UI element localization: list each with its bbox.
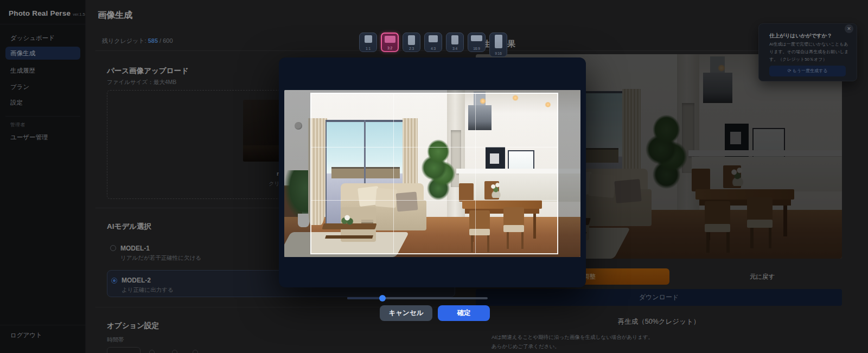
confirm-button[interactable]: 確定 <box>438 305 490 321</box>
crop-gridline <box>311 147 557 147</box>
scene-pot-left <box>298 214 310 227</box>
ratio-button-3-2[interactable]: 3:2 <box>381 33 399 52</box>
ratio-shape-icon <box>451 35 458 44</box>
crop-modal <box>279 57 586 287</box>
crop-photo-area[interactable] <box>284 90 580 257</box>
crop-zoom-slider[interactable] <box>347 297 488 299</box>
slider-fill <box>347 297 382 299</box>
crop-gridline <box>393 94 394 253</box>
app-window: Photo Real Persever.1.5 ダッシュボード 画像生成 生成履… <box>0 0 868 353</box>
crop-frame[interactable] <box>310 93 558 254</box>
ratio-button-9-16[interactable]: 9:16 <box>489 33 507 57</box>
ratio-shape-icon <box>408 35 415 45</box>
ratio-label: 9:16 <box>490 52 507 55</box>
ratio-shape-icon <box>429 35 438 42</box>
ratio-label: 1:1 <box>360 47 376 50</box>
crop-gridline <box>311 200 557 201</box>
crop-dialog-layer: 1:1 3:2 2:3 4:3 3:4 16:9 9:16 <box>0 0 868 353</box>
ratio-shape-icon <box>471 35 482 41</box>
ratio-button-16-9[interactable]: 16:9 <box>468 33 486 52</box>
ratio-button-3-4[interactable]: 3:4 <box>446 33 464 52</box>
ratio-shape-icon <box>385 36 395 43</box>
ratio-label: 3:2 <box>382 46 398 50</box>
ratio-button-1-1[interactable]: 1:1 <box>359 33 377 52</box>
ratio-shape-icon <box>495 35 502 48</box>
ratio-label: 2:3 <box>403 47 420 50</box>
slider-thumb[interactable] <box>379 295 386 301</box>
ratio-shape-icon <box>365 35 372 43</box>
cancel-button[interactable]: キャンセル <box>380 305 432 321</box>
ratio-button-4-3[interactable]: 4:3 <box>424 33 442 52</box>
ratio-button-2-3[interactable]: 2:3 <box>403 33 420 52</box>
ratio-label: 16:9 <box>468 47 485 50</box>
crop-gridline <box>475 94 476 253</box>
ratio-label: 3:4 <box>446 47 463 50</box>
ratio-label: 4:3 <box>425 47 442 50</box>
